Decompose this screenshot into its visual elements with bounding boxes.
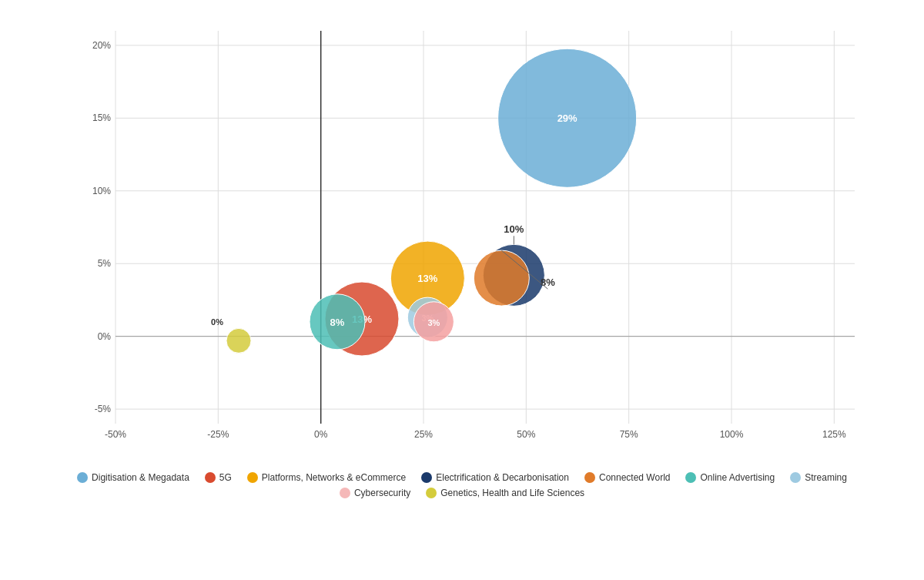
legend-label: Genetics, Health and Life Sciences — [440, 488, 584, 498]
chart-area: -5%0%5%10%15%20%-50%-25%0%25%50%75%100%1… — [69, 15, 878, 462]
svg-text:50%: 50% — [517, 429, 535, 440]
legend-dot — [584, 472, 595, 483]
legend-item: Connected World — [584, 472, 671, 483]
legend-label: Platforms, Networks & eCommerce — [262, 472, 406, 483]
svg-text:13%: 13% — [417, 273, 437, 284]
svg-text:8%: 8% — [541, 277, 555, 288]
legend-label: Electrification & Decarbonisation — [436, 472, 569, 483]
svg-text:15%: 15% — [92, 112, 111, 123]
svg-text:10%: 10% — [92, 186, 111, 196]
legend-item: Genetics, Health and Life Sciences — [426, 488, 584, 498]
svg-text:20%: 20% — [92, 40, 111, 51]
legend-label: Cybersecurity — [354, 488, 410, 498]
svg-text:125%: 125% — [822, 429, 846, 440]
legend-dot — [790, 472, 801, 483]
svg-text:10%: 10% — [504, 223, 524, 235]
legend-dot — [205, 472, 216, 483]
svg-text:0%: 0% — [98, 331, 112, 342]
legend-item: Platforms, Networks & eCommerce — [247, 472, 406, 483]
svg-text:29%: 29% — [557, 112, 578, 124]
legend-dot — [340, 488, 350, 498]
legend: Digitisation & Megadata5GPlatforms, Netw… — [38, 472, 886, 498]
svg-text:0%: 0% — [211, 317, 223, 327]
legend-item: Digitisation & Megadata — [77, 472, 189, 483]
svg-text:100%: 100% — [720, 429, 744, 440]
svg-text:-5%: -5% — [95, 404, 112, 414]
legend-dot — [426, 488, 437, 498]
legend-label: 5G — [219, 472, 232, 483]
legend-item: Electrification & Decarbonisation — [421, 472, 569, 483]
legend-item: Online Advertising — [685, 472, 775, 483]
svg-text:25%: 25% — [414, 429, 433, 440]
svg-text:-50%: -50% — [105, 429, 126, 440]
svg-text:8%: 8% — [330, 317, 345, 328]
svg-text:-25%: -25% — [207, 429, 229, 440]
legend-dot — [421, 472, 432, 483]
legend-item: 5G — [205, 472, 232, 483]
legend-label: Streaming — [805, 472, 847, 483]
svg-rect-0 — [116, 31, 855, 424]
legend-dot — [685, 472, 696, 483]
svg-text:75%: 75% — [620, 429, 638, 440]
legend-label: Digitisation & Megadata — [92, 472, 189, 483]
legend-item: Streaming — [790, 472, 847, 483]
legend-dot — [77, 472, 88, 483]
legend-label: Online Advertising — [700, 472, 775, 483]
legend-item: Cybersecurity — [340, 488, 410, 498]
svg-point-49 — [226, 328, 251, 353]
svg-text:5%: 5% — [98, 258, 112, 269]
chart-container: -5%0%5%10%15%20%-50%-25%0%25%50%75%100%1… — [0, 0, 924, 580]
legend-label: Connected World — [599, 472, 671, 483]
legend-dot — [247, 472, 258, 483]
svg-text:3%: 3% — [427, 318, 440, 327]
svg-point-40 — [474, 250, 529, 306]
svg-text:0%: 0% — [314, 429, 328, 440]
chart-svg: -5%0%5%10%15%20%-50%-25%0%25%50%75%100%1… — [69, 15, 878, 462]
